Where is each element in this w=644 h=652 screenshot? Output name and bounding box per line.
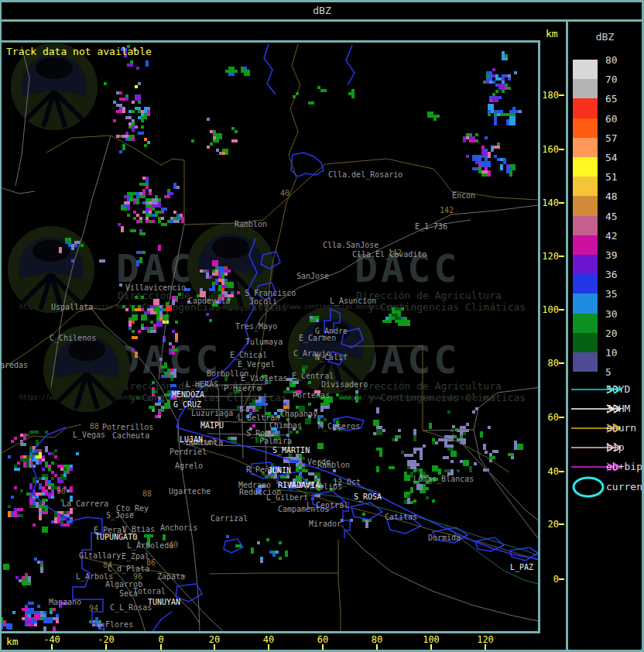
radar-echo-cell [466,155,469,158]
scale-label: 54 [605,152,618,163]
radar-echo-cell [144,107,147,113]
radar-echo-cell [480,431,483,438]
scale-label: 5 [605,366,611,378]
radar-echo-cell [497,158,500,161]
radar-echo-cell [469,133,472,136]
map-label: Lomas_Blancas [413,475,474,484]
radar-echo-cell [128,317,132,321]
radar-echo-cell [152,409,155,412]
radar-echo-cell [48,492,51,499]
radar-echo-cell [509,113,512,116]
radar-echo-cell [498,84,505,90]
bottom-axis-tick-label: 120 [477,634,494,645]
radar-echo-cell [210,142,213,146]
radar-echo-cell [128,321,132,327]
radar-echo-cell [172,348,178,352]
legend-row-label: current [606,481,644,492]
radar-echo-cell [128,110,132,113]
map-line-river [152,612,172,631]
right-axis-tick [559,149,564,150]
radar-echo-cell [463,441,466,444]
radar-echo-cell [149,406,155,409]
radar-echo-cell [398,435,401,438]
radar-echo-cell [389,466,395,469]
right-axis-tick [559,94,564,96]
radar-echo-cell [135,107,141,110]
radar-echo-cell [28,602,34,605]
radar-echo-cell [488,426,491,429]
radar-echo-cell [31,620,34,623]
radar-echo-cell [68,244,71,247]
radar-echo-cell [152,390,155,393]
scale-block [573,60,598,79]
map-label: M_Caseros [318,422,360,431]
radar-echo-cell [20,455,23,458]
radar-echo-cell [170,378,173,381]
radar-echo-cell [25,617,28,620]
radar-echo-cell [502,51,505,54]
radar-echo-cell [506,164,509,167]
radar-echo-cell [167,390,170,393]
map-label: Totoral [133,587,166,596]
radar-echo-cell [42,458,45,462]
radar-echo-cell [141,324,144,327]
radar-echo-cell [478,164,481,167]
radar-echo-cell [170,192,173,195]
radar-echo-cell [173,375,176,378]
map-label: L_PAZ [510,563,533,572]
bottom-axis-tick [51,644,53,650]
radar-echo-cell [124,195,127,198]
radar-echo-cell [450,451,457,457]
radar-echo-cell [42,511,48,514]
radar-echo-cell [404,475,407,481]
radar-echo-cell [441,438,444,441]
bottom-axis-tick [105,644,107,650]
radar-echo-cell [150,534,153,537]
radar-echo-cell [28,611,34,614]
radar-echo-cell [213,139,219,142]
radar-echo-cell [280,475,283,479]
radar-echo-cell [128,138,132,141]
radar-echo-cell [150,327,153,330]
radar-echo-cell [416,448,420,451]
radar-echo-cell [500,113,506,116]
radar-echo-cell [237,291,240,294]
radar-echo-cell [492,96,498,102]
map-label: Tres_Mayo [235,322,277,331]
radar-echo-cell [389,314,392,317]
radar-echo-cell [472,167,478,170]
radar-echo-cell [135,317,138,321]
map-label: Uspallata [51,303,93,312]
radar-echo-cell [144,144,147,147]
radar-echo-cell [74,244,77,247]
radar-echo-cell [438,468,441,475]
radar-echo-cell [460,460,463,463]
radar-echo-cell [224,279,228,282]
scale-block [573,98,598,118]
radar-echo-cell [22,576,25,579]
radar-echo-cell [317,415,324,418]
radar-echo-cell [172,330,175,333]
radar-echo-cell [25,614,28,617]
radar-echo-cell [45,446,48,452]
radar-echo-cell [466,133,469,136]
radar-echo-cell [435,441,438,444]
radar-echo-cell [153,299,159,305]
radar-echo-cell [172,352,175,355]
radar-echo-cell [226,535,229,538]
map-label: N_Calif [315,353,348,362]
radar-echo-cell [491,146,494,152]
map-label: Chapanay [280,410,317,419]
radar-echo-cell [8,455,11,458]
radar-echo-cell [146,211,149,214]
radar-echo-cell [173,217,176,220]
radar-echo-cell [413,435,416,441]
radar-echo-cell [136,220,139,223]
radar-echo-cell [135,94,141,101]
radar-echo-cell [432,465,438,472]
radar-echo-cell [475,155,481,161]
radar-echo-cell [395,307,401,311]
radar-echo-cell [410,454,413,457]
radar-echo-cell [163,534,166,537]
radar-echo-cell [34,558,37,561]
